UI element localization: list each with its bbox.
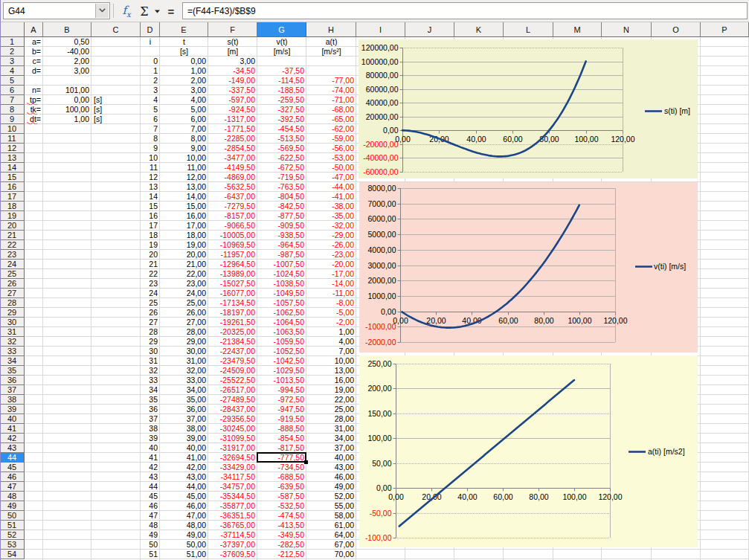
row-header-43[interactable]: 43 xyxy=(0,443,25,453)
cell-s-50[interactable]: -37397,00 xyxy=(210,540,255,550)
cell-t-19[interactable]: 19,00 xyxy=(162,240,206,250)
table-unit-G[interactable]: [m/s] xyxy=(260,47,304,57)
row-header-23[interactable]: 23 xyxy=(0,250,25,260)
row-header-8[interactable]: 8 xyxy=(0,105,25,115)
cell-a-3[interactable]: -74,00 xyxy=(309,86,354,95)
cell-s-34[interactable]: -26517,00 xyxy=(210,385,255,395)
cell-v-42[interactable]: -734,50 xyxy=(260,463,304,472)
cell-v-25[interactable]: -1057,50 xyxy=(260,298,304,308)
row-header-24[interactable]: 24 xyxy=(0,260,25,269)
cell-v-24[interactable]: -1049,50 xyxy=(260,289,304,298)
cell-v-26[interactable]: -1062,50 xyxy=(260,308,304,318)
col-header-P[interactable]: P xyxy=(701,22,749,37)
cell-v-5[interactable]: -327,50 xyxy=(260,105,304,115)
cell-a-33[interactable]: 16,00 xyxy=(309,376,354,385)
col-header-F[interactable]: F xyxy=(208,22,257,37)
col-header-G[interactable]: G xyxy=(257,22,306,37)
cell-a-50[interactable]: 67,00 xyxy=(309,540,354,550)
cell-v-18[interactable]: -938,50 xyxy=(260,231,304,240)
cell-t-12[interactable]: 12,00 xyxy=(162,173,206,182)
cell-s-21[interactable]: -12964,50 xyxy=(210,260,255,269)
cell-t-39[interactable]: 39,00 xyxy=(162,434,206,443)
cell-i-11[interactable]: 11 xyxy=(143,163,158,173)
cell-t-36[interactable]: 36,00 xyxy=(162,405,206,414)
cell-s-41[interactable]: -32694,50 xyxy=(210,453,255,463)
table-unit-F[interactable]: [m] xyxy=(210,47,255,57)
col-header-C[interactable]: C xyxy=(91,22,141,37)
table-header-v(t)[interactable]: v(t) xyxy=(260,37,304,47)
cell-a-12[interactable]: -47,00 xyxy=(309,173,354,182)
cell-a-9[interactable]: -56,00 xyxy=(309,144,354,153)
cell-t-10[interactable]: 10,00 xyxy=(162,153,206,163)
param-label-n[interactable]: n= xyxy=(27,86,41,95)
cell-a-38[interactable]: 31,00 xyxy=(309,424,354,434)
function-wizard-icon[interactable]: fx xyxy=(118,0,135,22)
cell-t-13[interactable]: 13,00 xyxy=(162,182,206,192)
cell-t-26[interactable]: 26,00 xyxy=(162,308,206,318)
cell-i-8[interactable]: 8 xyxy=(143,134,158,144)
cell-s-16[interactable]: -8157,00 xyxy=(210,211,255,221)
cell-v-27[interactable]: -1064,50 xyxy=(260,318,304,327)
cell-s-4[interactable]: -597,00 xyxy=(210,95,255,105)
cell-t-18[interactable]: 18,00 xyxy=(162,231,206,240)
cell-a-6[interactable]: -65,00 xyxy=(309,115,354,124)
select-all-corner[interactable] xyxy=(0,22,25,37)
row-header-9[interactable]: 9 xyxy=(0,115,25,124)
cell-v-45[interactable]: -587,50 xyxy=(260,492,304,501)
cell-v-7[interactable]: -454,50 xyxy=(260,124,304,134)
param-unit-tp[interactable]: [s] xyxy=(94,95,138,105)
col-header-O[interactable]: O xyxy=(652,22,701,37)
cell-i-5[interactable]: 5 xyxy=(143,105,158,115)
cell-v-47[interactable]: -474,50 xyxy=(260,511,304,521)
cell-t-3[interactable]: 3,00 xyxy=(162,86,206,95)
row-header-1[interactable]: 1 xyxy=(0,37,25,47)
cell-v-30[interactable]: -1052,50 xyxy=(260,347,304,356)
sum-dropdown-icon[interactable] xyxy=(152,0,162,22)
cell-a-25[interactable]: -8,00 xyxy=(309,298,354,308)
cell-i-4[interactable]: 4 xyxy=(143,95,158,105)
cell-i-10[interactable]: 10 xyxy=(143,153,158,163)
cell-a-13[interactable]: -44,00 xyxy=(309,182,354,192)
cell-a-32[interactable]: 13,00 xyxy=(309,366,354,376)
cell-a-23[interactable]: -14,00 xyxy=(309,279,354,289)
cell-a-8[interactable]: -59,00 xyxy=(309,134,354,144)
cell-v-2[interactable]: -114,50 xyxy=(260,76,304,86)
cell-s-18[interactable]: -10005,00 xyxy=(210,231,255,240)
cell-a-17[interactable]: -32,00 xyxy=(309,221,354,231)
row-header-26[interactable]: 26 xyxy=(0,279,25,289)
cell-v-1[interactable]: -37,50 xyxy=(260,66,304,76)
cell-a-24[interactable]: -11,00 xyxy=(309,289,354,298)
chart-a[interactable]: 250,00200,00150,00100,0050,000,00-50,00-… xyxy=(359,355,698,547)
cell-s-35[interactable]: -27489,50 xyxy=(210,395,255,405)
cell-s-24[interactable]: -16077,00 xyxy=(210,289,255,298)
table-header-a(t)[interactable]: a(t) xyxy=(309,37,354,47)
row-header-39[interactable]: 39 xyxy=(0,405,25,414)
col-header-A[interactable]: A xyxy=(25,22,43,37)
cell-i-6[interactable]: 6 xyxy=(143,115,158,124)
row-header-34[interactable]: 34 xyxy=(0,356,25,366)
cell-i-42[interactable]: 42 xyxy=(143,463,158,472)
cell-a-31[interactable]: 10,00 xyxy=(309,356,354,366)
cell-s-17[interactable]: -9066,50 xyxy=(210,221,255,231)
cell-t-46[interactable]: 46,00 xyxy=(162,501,206,511)
cell-s-38[interactable]: -30245,00 xyxy=(210,424,255,434)
cell-s-27[interactable]: -19261,50 xyxy=(210,318,255,327)
cell-v-34[interactable]: -994,50 xyxy=(260,385,304,395)
cell-v-22[interactable]: -1024,50 xyxy=(260,269,304,279)
cell-t-31[interactable]: 31,00 xyxy=(162,356,206,366)
param-value-c[interactable]: 2,00 xyxy=(45,57,89,66)
cell-s-14[interactable]: -6437,00 xyxy=(210,192,255,202)
param-unit-tk[interactable]: [s] xyxy=(94,105,138,115)
cell-v-11[interactable]: -672,50 xyxy=(260,163,304,173)
cell-v-37[interactable]: -919,50 xyxy=(260,414,304,424)
cell-v-33[interactable]: -1013,50 xyxy=(260,376,304,385)
cell-s-9[interactable]: -2854,50 xyxy=(210,144,255,153)
cell-a-45[interactable]: 52,00 xyxy=(309,492,354,501)
row-header-51[interactable]: 51 xyxy=(0,521,25,530)
cell-v-48[interactable]: -413,50 xyxy=(260,521,304,530)
cell-i-39[interactable]: 39 xyxy=(143,434,158,443)
row-header-46[interactable]: 46 xyxy=(0,472,25,482)
row-header-30[interactable]: 30 xyxy=(0,318,25,327)
cell-v-13[interactable]: -763,50 xyxy=(260,182,304,192)
cell-t-44[interactable]: 44,00 xyxy=(162,482,206,492)
